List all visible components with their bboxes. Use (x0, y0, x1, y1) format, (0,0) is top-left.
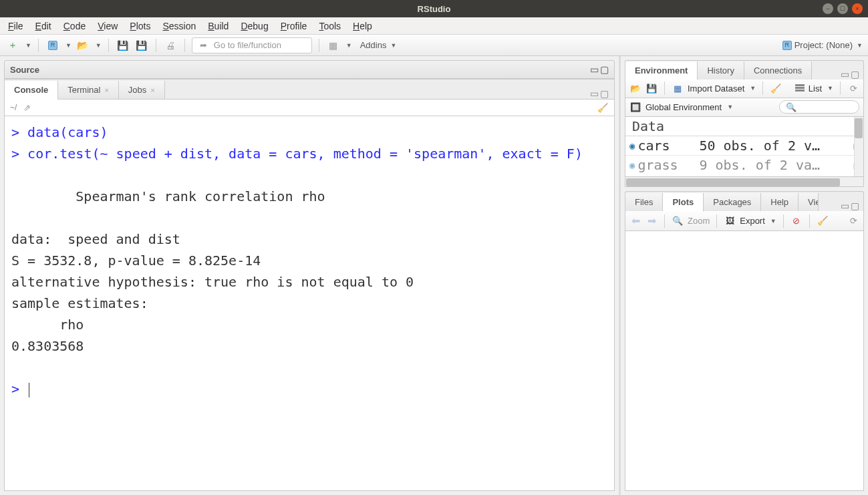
save-workspace-button[interactable]: 💾 (645, 82, 658, 94)
menu-file[interactable]: File (8, 21, 23, 31)
clear-plots-button[interactable]: 🧹 (817, 215, 829, 227)
menu-view[interactable]: View (98, 21, 118, 31)
object-icon: ◉ (629, 140, 635, 151)
horizontal-scrollbar[interactable] (625, 177, 864, 187)
goto-arrow-icon: ➦ (198, 39, 210, 51)
tab-console[interactable]: Console (5, 81, 58, 100)
env-row-cars[interactable]: ◉ cars 50 obs. of 2 v… ▦ (625, 136, 863, 155)
prev-plot-button[interactable]: ⬅ (629, 215, 641, 227)
import-dataset-button[interactable]: Import Dataset (688, 84, 744, 94)
grid-button[interactable]: ▦ (326, 38, 341, 53)
pane-maximize-icon[interactable]: ▢ (851, 69, 859, 79)
tab-label: Environment (635, 65, 688, 75)
pane-minimize-icon[interactable]: ▭ (590, 88, 599, 99)
window-minimize-button[interactable]: – (823, 3, 833, 14)
refresh-plot-button[interactable]: ⟳ (847, 215, 859, 227)
separator (840, 81, 841, 95)
env-tab-strip: Environment History Connections ▭ ▢ (625, 60, 864, 79)
clear-env-button[interactable]: 🧹 (770, 82, 782, 94)
scrollbar-thumb[interactable] (626, 178, 840, 186)
window-maximize-button[interactable]: ☐ (837, 3, 848, 14)
console-line: Spearman's rank correlation rho (11, 188, 325, 204)
scope-label[interactable]: Global Environment (645, 102, 722, 112)
env-row-desc: 50 obs. of 2 v… (699, 138, 851, 154)
next-plot-button[interactable]: ➡ (645, 215, 658, 227)
env-search-input[interactable]: 🔍 (779, 100, 859, 114)
load-workspace-button[interactable]: 📂 (629, 82, 641, 94)
chevron-down-icon[interactable]: ▼ (827, 85, 833, 92)
console-tab-strip: Console Terminal × Jobs × ▭ ▢ (4, 79, 615, 99)
project-menu[interactable]: R Project: (None) ▼ (782, 40, 863, 50)
close-icon[interactable]: × (104, 86, 108, 94)
open-dir-icon[interactable]: ⇗ (21, 102, 33, 114)
clear-console-button[interactable]: 🧹 (597, 102, 609, 114)
pane-minimize-icon[interactable]: ▭ (841, 200, 849, 211)
goto-file-function-input[interactable]: ➦ Go to file/function (192, 37, 312, 53)
console-output[interactable]: > data(cars) > cor.test(~ speed + dist, … (4, 116, 615, 491)
separator (664, 81, 665, 95)
tab-help[interactable]: Help (761, 193, 799, 211)
pane-maximize-icon[interactable]: ▢ (851, 200, 859, 211)
window-close-button[interactable]: × (852, 3, 863, 14)
chevron-down-icon[interactable]: ▼ (727, 104, 733, 110)
tab-files[interactable]: Files (625, 193, 663, 211)
tab-packages[interactable]: Packages (704, 193, 761, 211)
new-file-button[interactable]: ＋ (5, 38, 20, 53)
separator (319, 39, 319, 52)
env-row-grass[interactable]: ◉ grass 9 obs. of 2 va… ▦ (625, 155, 863, 174)
source-pane-title: Source (10, 65, 39, 75)
pane-maximize-icon[interactable]: ▢ (600, 88, 609, 99)
pane-maximize-icon[interactable]: ▢ (600, 64, 609, 75)
cursor (29, 383, 29, 397)
open-file-caret[interactable]: ▼ (96, 42, 102, 49)
env-data-list: Data ◉ cars 50 obs. of 2 v… ▦ ◉ grass 9 … (625, 117, 864, 178)
export-icon: 🖼 (724, 215, 736, 227)
tab-plots[interactable]: Plots (663, 193, 704, 212)
tab-jobs[interactable]: Jobs × (119, 81, 165, 99)
tab-connections[interactable]: Connections (744, 61, 812, 79)
menu-code[interactable]: Code (63, 21, 86, 31)
save-button[interactable]: 💾 (116, 38, 130, 53)
remove-plot-button[interactable]: ⊘ (790, 215, 803, 227)
scope-icon: 🔲 (629, 101, 641, 113)
refresh-button[interactable]: ⟳ (847, 82, 859, 94)
chevron-down-icon[interactable]: ▼ (770, 218, 776, 224)
vertical-scrollbar[interactable] (854, 117, 863, 177)
tab-environment[interactable]: Environment (625, 61, 698, 80)
new-file-caret[interactable]: ▼ (25, 42, 31, 49)
plots-toolbar: ⬅ ➡ 🔍 Zoom 🖼 Export ▼ ⊘ 🧹 ⟳ (625, 211, 864, 231)
print-button[interactable]: 🖨 (163, 38, 178, 53)
tab-history[interactable]: History (698, 61, 744, 79)
menu-session[interactable]: Session (162, 21, 196, 31)
menu-plots[interactable]: Plots (130, 21, 150, 31)
save-all-button[interactable]: 💾 (134, 38, 149, 53)
addins-menu[interactable]: Addins ▼ (356, 40, 401, 50)
tab-terminal[interactable]: Terminal × (58, 81, 119, 99)
separator (156, 39, 156, 52)
zoom-button[interactable]: Zoom (688, 216, 710, 226)
menu-tools[interactable]: Tools (319, 21, 341, 31)
tab-console-label: Console (14, 85, 48, 95)
chevron-down-icon: ▼ (390, 42, 396, 49)
menu-build[interactable]: Build (208, 21, 229, 31)
chevron-down-icon[interactable]: ▼ (750, 85, 756, 92)
pane-minimize-icon[interactable]: ▭ (590, 64, 599, 75)
tab-jobs-label: Jobs (128, 85, 146, 95)
pane-minimize-icon[interactable]: ▭ (841, 69, 849, 79)
menu-help[interactable]: Help (353, 21, 372, 31)
menu-edit[interactable]: Edit (35, 21, 51, 31)
new-project-button[interactable]: R (45, 38, 60, 53)
new-project-caret[interactable]: ▼ (65, 42, 71, 49)
close-icon[interactable]: × (150, 86, 154, 94)
scrollbar-thumb[interactable] (855, 118, 863, 138)
menu-bar: File Edit Code View Plots Session Build … (0, 17, 868, 35)
tab-viewer[interactable]: Viewer (799, 193, 819, 211)
open-file-button[interactable]: 📂 (76, 38, 90, 53)
menu-profile[interactable]: Profile (281, 21, 307, 31)
tab-label: Packages (713, 197, 751, 207)
menu-debug[interactable]: Debug (241, 21, 268, 31)
grid-caret[interactable]: ▼ (346, 42, 352, 49)
window-titlebar: RStudio – ☐ × (0, 0, 868, 17)
view-mode-button[interactable]: List (809, 84, 822, 94)
export-button[interactable]: Export (740, 216, 765, 226)
